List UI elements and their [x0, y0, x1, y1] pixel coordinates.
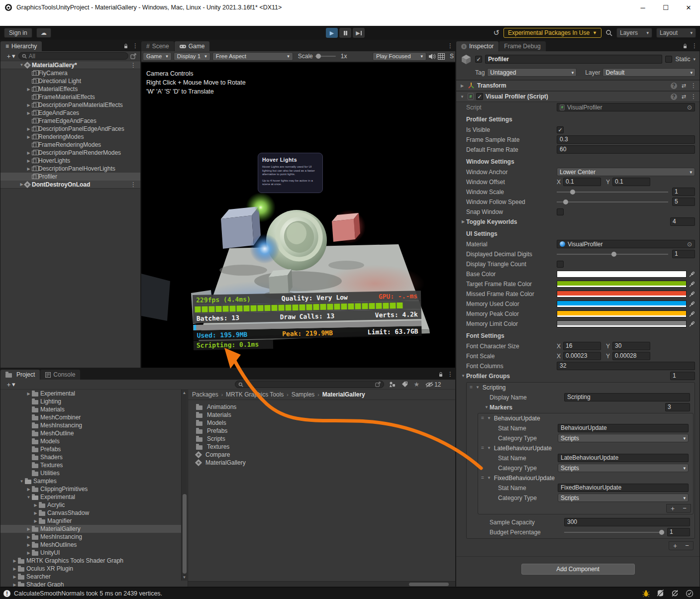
tree-row[interactable]: ▼ MaterialGallery* ⋮ [0, 61, 140, 69]
kebab-menu-icon[interactable]: ⋮ [447, 42, 453, 49]
active-checkbox[interactable] [475, 56, 482, 63]
expand-arrow-icon[interactable]: ▶ [32, 503, 39, 507]
stats-label-clipped[interactable]: S [450, 53, 454, 60]
tree-row[interactable]: ▼ Experimental [0, 493, 181, 501]
display-target-dropdown[interactable]: Game▾ [143, 52, 172, 61]
markers-count[interactable]: 3 [665, 403, 690, 411]
foldout-arrow-icon[interactable]: ▼ [475, 385, 481, 390]
triangle-count-checkbox[interactable] [557, 261, 564, 268]
asset-row[interactable]: MaterialGallery [188, 459, 455, 467]
tab-scene[interactable]: # Scene [141, 41, 174, 51]
expand-arrow-icon[interactable]: ▶ [25, 127, 32, 131]
tree-row[interactable]: Utilities [0, 469, 181, 477]
toggle-keywords-count[interactable]: 4 [670, 217, 695, 226]
stat-name-field[interactable]: FixedBehaviourUpdate [558, 484, 689, 492]
foldout-arrow-icon[interactable]: ▼ [484, 405, 490, 409]
status-message[interactable]: CalculateSmoothNormals took 5 ms on 2439… [14, 590, 162, 597]
kebab-menu-icon[interactable]: ⋮ [691, 93, 697, 100]
kebab-menu-icon[interactable]: ⋮ [691, 82, 697, 89]
static-dropdown-icon[interactable]: ▾ [693, 57, 696, 62]
expand-arrow-icon[interactable]: ▶ [11, 575, 18, 579]
slider-knob[interactable] [563, 200, 568, 204]
kebab-menu-icon[interactable]: ⋮ [130, 62, 136, 69]
create-menu-button[interactable]: ＋▾ [5, 52, 15, 61]
expand-arrow-icon[interactable]: ▶ [25, 543, 32, 547]
search-icon[interactable] [605, 29, 612, 36]
open-new-window-icon[interactable] [130, 53, 136, 59]
color-swatch[interactable] [557, 310, 687, 317]
tree-row[interactable]: ▶ DescriptionPanelHoverLights ⋮ [0, 165, 140, 173]
expand-arrow-icon[interactable]: ▶ [11, 567, 18, 571]
frame-sample-rate-field[interactable]: 0.3 [557, 135, 695, 144]
tree-row[interactable]: Lighting [0, 398, 181, 405]
window-follow-slider[interactable] [557, 201, 668, 202]
slider-knob[interactable] [659, 530, 664, 535]
window-follow-field[interactable]: 5 [672, 198, 695, 206]
marker-header[interactable]: = ▼ BehaviourUpdate [478, 413, 693, 423]
pause-button[interactable] [339, 28, 351, 38]
eyedropper-icon[interactable] [689, 271, 695, 277]
lock-icon[interactable] [683, 43, 688, 49]
tree-row[interactable]: Prefabs [0, 445, 181, 453]
asset-row[interactable]: Animations [188, 403, 455, 411]
cloud-button[interactable]: ☁ [36, 28, 51, 38]
expand-arrow-icon[interactable]: ▶ [25, 159, 32, 163]
slider-knob[interactable] [570, 190, 575, 195]
asset-row[interactable]: Compare [188, 451, 455, 459]
stat-name-field[interactable]: LateBehaviourUpdate [558, 454, 689, 462]
tree-row[interactable]: FrameRenderingModes ⋮ [0, 141, 140, 149]
hierarchy-search-input[interactable]: All [18, 52, 128, 60]
window-scale-slider[interactable] [557, 192, 668, 193]
tab-game[interactable]: Game [175, 41, 210, 51]
tree-row[interactable]: ▶ MaterialGallery [0, 525, 181, 533]
menu-item[interactable] [30, 15, 39, 26]
cache-server-icon[interactable] [657, 590, 664, 597]
tab-console[interactable]: Console [40, 370, 80, 380]
tree-row[interactable]: ▶ DescriptionPanelEdgeAndFaces ⋮ [0, 125, 140, 133]
eyedropper-icon[interactable] [689, 291, 695, 297]
presets-icon[interactable]: ⇄ [682, 83, 686, 89]
help-icon[interactable]: ? [671, 94, 677, 100]
game-viewport[interactable]: Camera Controls Right Click + Mouse Move… [141, 62, 455, 368]
scrollbar-thumb[interactable] [409, 583, 449, 586]
add-group-button[interactable]: ＋ [669, 542, 681, 550]
marker-header[interactable]: = ▼ FixedBehaviourUpdate [478, 473, 693, 483]
tree-row[interactable]: ▶ Acrylic [0, 501, 181, 509]
display-dropdown[interactable]: Display 1▾ [174, 52, 210, 61]
background-tasks-icon[interactable] [686, 590, 694, 598]
category-type-dropdown[interactable]: Scripts▾ [558, 434, 689, 442]
tab-frame-debug[interactable]: Frame Debug [499, 41, 545, 51]
char-size-x-field[interactable]: 16 [563, 342, 601, 350]
snap-window-checkbox[interactable] [557, 208, 564, 215]
tree-row[interactable]: ▶ Shader Graph [0, 581, 181, 587]
tag-dropdown[interactable]: Untagged▾ [487, 68, 577, 77]
font-columns-field[interactable]: 32 [557, 362, 695, 370]
drag-handle-icon[interactable]: = [470, 385, 473, 390]
slider-knob[interactable] [611, 252, 616, 257]
foldout-arrow-icon[interactable]: ▼ [460, 374, 466, 378]
tab-hierarchy[interactable]: ≡ Hierarchy [0, 41, 42, 51]
stats-grid-icon[interactable] [438, 53, 445, 60]
tree-row[interactable]: ▶ HoverLights ⋮ [0, 157, 140, 165]
expand-arrow-icon[interactable]: ▶ [11, 583, 18, 587]
tree-row[interactable]: ▶ MaterialEffects ⋮ [0, 85, 140, 93]
tree-row[interactable]: Profiler ⋮ [0, 173, 140, 181]
budget-slider[interactable] [564, 532, 663, 533]
char-size-y-field[interactable]: 30 [612, 342, 650, 350]
play-button[interactable]: ▶ [326, 28, 338, 38]
offset-x-field[interactable]: 0.1 [563, 178, 601, 186]
breadcrumb-item[interactable]: Samples [292, 391, 315, 398]
sample-capacity-field[interactable]: 300 [564, 518, 690, 526]
lock-icon[interactable] [123, 43, 128, 49]
remove-group-button[interactable]: − [681, 542, 693, 550]
close-button[interactable]: ✕ [677, 0, 700, 15]
tree-row[interactable]: FrameMaterialEffects ⋮ [0, 93, 140, 101]
add-marker-button[interactable]: ＋ [667, 504, 679, 512]
step-button[interactable]: ▶ [353, 28, 365, 38]
label-tag-icon[interactable] [401, 381, 408, 388]
scroll-down-arrow[interactable]: ▼ [182, 575, 187, 580]
expand-arrow-icon[interactable]: ▶ [25, 167, 32, 171]
expand-arrow-icon[interactable]: ▼ [25, 495, 32, 499]
tree-row[interactable]: ▼ Samples [0, 477, 181, 485]
expand-arrow-icon[interactable]: ▶ [25, 111, 32, 115]
